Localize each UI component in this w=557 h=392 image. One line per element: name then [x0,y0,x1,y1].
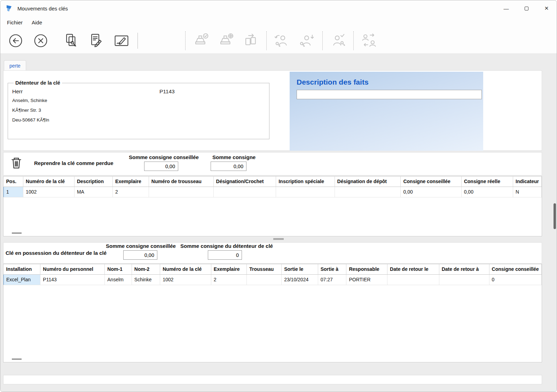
stamp-configure-button[interactable] [213,30,238,52]
cell-personnel-number[interactable]: P1143 [40,274,105,285]
cell-retour-le[interactable] [387,274,439,285]
cell-inscription[interactable] [276,187,335,197]
suggested-deposit-input[interactable] [144,162,178,171]
column-header[interactable]: Exemplaire [113,177,149,187]
column-header[interactable]: Numéro de trousseau [149,177,213,187]
table-row[interactable]: Excel_Plan P1143 Anselm Schinke 1002 2 2… [4,274,542,285]
cell-sortie-le[interactable]: 23/10/2024 [282,274,318,285]
resize-grip[interactable] [12,233,22,234]
menu-aide[interactable]: Aide [27,18,47,27]
transfer-persons-icon [361,33,377,49]
close-button[interactable]: ✕ [536,0,557,16]
holder-street: KÃ¶lner Str. 3 [12,108,264,113]
cell-pos[interactable]: 1 [4,187,23,197]
window-controls: — ✕ [496,0,557,16]
resize-grip[interactable] [12,359,22,360]
verify-key-person-button[interactable] [325,30,351,52]
column-header[interactable]: Consigne réelle [461,177,513,187]
possession-table: Installation Numéro du personnel Nom-1 N… [3,264,542,285]
cell-depot[interactable] [335,187,401,197]
possession-label: Clé en possession du détenteur de la clé [6,250,107,256]
column-header[interactable]: Désignation de dépôt [335,177,401,187]
copy-key-button[interactable] [59,30,84,52]
cell-sortie-a[interactable]: 07:27 [318,274,346,285]
cell-consigne-reelle[interactable]: 0,00 [461,187,513,197]
cell-key-number[interactable]: 1002 [23,187,74,197]
column-header[interactable]: Sortie le [282,264,318,274]
description-panel: Description des faits [290,72,483,151]
column-header[interactable]: Consigne conseillée [489,264,541,274]
column-header[interactable]: Consigne conseillée [401,177,461,187]
splitter-handle[interactable] [273,238,284,240]
column-header[interactable]: Numéro du personnel [40,264,105,274]
column-header[interactable]: Date de retour à [439,264,489,274]
column-header[interactable]: Sortie à [318,264,346,274]
column-header[interactable]: Numéro de la clé [23,177,74,187]
holder-deposit-label: Somme consigne du détenteur de clé [180,243,273,249]
column-header[interactable]: Indicateur [513,177,542,187]
cell-installation[interactable]: Excel_Plan [4,274,40,285]
deposit-label: Somme consigne [212,154,256,160]
copy-key-icon [63,33,79,49]
possession-table-container: Installation Numéro du personnel Nom-1 N… [3,264,542,362]
holder-salutation: Herr [12,88,264,95]
edit-document-icon [88,33,104,49]
column-header[interactable]: Numéro de la clé [160,264,211,274]
app-window: Mouvements des clés — ✕ Fichier Aide [0,0,557,392]
lost-key-bar: Reprendre la clé comme perdue Somme cons… [3,152,542,175]
cell-nom1[interactable]: Anselm [105,274,132,285]
column-header[interactable]: Date de retour le [387,264,439,274]
holder-deposit-input[interactable] [208,250,242,260]
column-header[interactable]: Responsable [346,264,387,274]
cell-trousseau[interactable] [149,187,213,197]
description-input[interactable] [297,90,482,99]
minimize-button[interactable]: — [496,0,516,16]
deposit-input[interactable] [211,162,246,171]
column-header[interactable]: Installation [4,264,40,274]
column-header[interactable]: Pos. [4,177,23,187]
cell-responsable[interactable]: PORTIER [346,274,387,285]
return-key-person-button[interactable] [269,30,295,52]
assign-key-person-icon [299,33,315,49]
cell-key-number[interactable]: 1002 [160,274,211,285]
column-header[interactable]: Nom-1 [105,264,132,274]
stamp-approve-button[interactable] [188,30,213,52]
trash-icon[interactable] [9,156,24,171]
column-header[interactable]: Désignation/Crochet [213,177,276,187]
back-button[interactable] [3,30,28,52]
cell-trousseau[interactable] [247,274,282,285]
toolbar-separator [138,33,138,49]
cell-indicateur[interactable]: N [513,187,542,197]
key-holder-groupbox: Détenteur de la clé Herr P1143 Anselm, S… [8,80,269,139]
sign-document-button[interactable] [109,30,134,52]
return-key-person-icon [274,33,290,49]
menu-fichier[interactable]: Fichier [2,18,27,27]
vertical-scrollbar-thumb[interactable] [554,203,556,229]
edit-document-button[interactable] [84,30,109,52]
assign-key-person-button[interactable] [295,30,320,52]
column-header[interactable]: Trousseau [247,264,282,274]
tab-perte[interactable]: perte [4,60,26,71]
possession-suggested-input[interactable] [123,250,157,260]
minimize-icon: — [504,6,509,11]
cancel-button[interactable] [28,30,53,52]
cell-exemplaire[interactable]: 2 [113,187,149,197]
cancel-icon [33,33,49,49]
table-row[interactable]: 1 1002 MA 2 0,00 0,00 N [4,187,542,197]
cell-retour-a[interactable] [439,274,489,285]
cell-description[interactable]: MA [74,187,112,197]
maximize-button[interactable] [516,0,536,16]
swap-cards-button[interactable] [238,30,264,52]
column-header[interactable]: Exemplaire [211,264,246,274]
cell-nom2[interactable]: Schinke [132,274,160,285]
column-header[interactable]: Inscription spéciale [276,177,335,187]
take-back-lost-label: Reprendre la clé comme perdue [34,160,113,166]
column-header[interactable]: Description [74,177,112,187]
cell-crochet[interactable] [213,187,276,197]
column-header[interactable]: Nom-2 [132,264,160,274]
transfer-persons-button[interactable] [356,30,382,52]
cell-consigne[interactable]: 0 [489,274,541,285]
status-panel [3,375,542,384]
cell-consigne-conseillee[interactable]: 0,00 [401,187,461,197]
cell-exemplaire[interactable]: 2 [211,274,246,285]
